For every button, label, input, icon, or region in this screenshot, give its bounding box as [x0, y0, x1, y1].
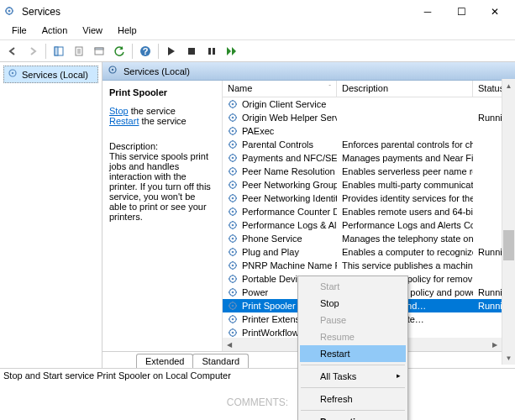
close-button[interactable]: ✕: [478, 1, 512, 23]
menu-action[interactable]: Action: [35, 24, 75, 39]
refresh-button[interactable]: [110, 42, 129, 60]
services-header-icon: [108, 65, 118, 77]
svg-point-1: [8, 10, 11, 13]
restart-link[interactable]: Restart: [109, 116, 139, 126]
ctx-refresh[interactable]: Refresh: [300, 391, 406, 407]
scroll-up-icon[interactable]: ▲: [502, 79, 515, 92]
show-hide-tree-button[interactable]: [50, 42, 68, 60]
services-tree-icon: [8, 68, 18, 81]
svg-point-41: [232, 264, 234, 266]
start-service-button[interactable]: [162, 42, 181, 60]
svg-point-29: [232, 183, 234, 186]
list-header: Name ˆ Description Status: [223, 81, 515, 97]
svg-point-51: [232, 331, 234, 333]
export-list-button[interactable]: [70, 42, 88, 60]
tree-services-local[interactable]: Services (Local): [3, 66, 98, 83]
restart-service-button[interactable]: [223, 42, 241, 60]
ctx-properties[interactable]: Properties: [300, 413, 406, 420]
toolbar: ?: [0, 40, 515, 62]
services-app-icon: [3, 5, 17, 18]
tree-panel: Services (Local): [0, 62, 102, 368]
statusbar: Stop and Start service Print Spooler on …: [0, 368, 515, 385]
menu-file[interactable]: File: [5, 24, 34, 39]
main-area: Services (Local) Services (Local) Print …: [0, 62, 515, 368]
content-header-text: Services (Local): [123, 66, 190, 76]
scroll-right-icon[interactable]: ▶: [488, 338, 502, 351]
titlebar: Services ─ ☐ ✕: [0, 0, 515, 24]
stop-service-button[interactable]: [182, 42, 201, 60]
help-button[interactable]: ?: [136, 42, 155, 60]
pause-service-button[interactable]: [202, 42, 221, 60]
scroll-down-icon[interactable]: ▼: [502, 351, 515, 365]
restart-suffix: the service: [139, 116, 186, 126]
stop-suffix: the service: [129, 106, 176, 116]
svg-point-37: [232, 237, 234, 239]
tree-root-label: Services (Local): [22, 70, 88, 80]
vertical-scrollbar[interactable]: ▲ ▼: [502, 79, 515, 365]
ctx-all-tasks[interactable]: All Tasks: [300, 368, 406, 385]
scroll-thumb[interactable]: [503, 230, 514, 260]
ctx-stop[interactable]: Stop: [300, 295, 406, 312]
svg-point-27: [232, 170, 234, 172]
svg-rect-6: [95, 48, 103, 50]
ctx-restart[interactable]: Restart: [300, 345, 406, 362]
svg-point-47: [232, 304, 234, 307]
tab-standard[interactable]: Standard: [192, 354, 249, 368]
svg-point-17: [232, 102, 234, 105]
svg-point-31: [232, 197, 234, 199]
maximize-button[interactable]: ☐: [444, 1, 478, 23]
description-label: Description:: [109, 141, 215, 151]
ctx-pause: Pause: [300, 312, 406, 328]
column-description[interactable]: Description: [337, 81, 473, 97]
svg-point-39: [232, 250, 234, 253]
menubar: File Action View Help: [0, 24, 515, 40]
svg-point-43: [232, 277, 234, 280]
detail-pane: Print Spooler Stop the service Restart t…: [102, 81, 222, 351]
svg-rect-10: [208, 48, 211, 55]
column-name[interactable]: Name ˆ: [223, 81, 337, 97]
description-text: This service spools print jobs and handl…: [109, 151, 215, 222]
minimize-button[interactable]: ─: [411, 1, 444, 23]
tab-extended[interactable]: Extended: [136, 354, 193, 368]
svg-point-45: [232, 291, 234, 293]
svg-point-33: [232, 210, 234, 213]
svg-rect-9: [188, 48, 195, 55]
svg-point-19: [232, 116, 234, 118]
svg-point-35: [232, 223, 234, 226]
properties-button[interactable]: [90, 42, 108, 60]
svg-text:?: ?: [143, 46, 149, 56]
ctx-resume: Resume: [300, 328, 406, 345]
content-header: Services (Local): [102, 62, 515, 81]
back-button[interactable]: [3, 42, 22, 60]
svg-point-23: [232, 143, 234, 145]
menu-view[interactable]: View: [76, 24, 109, 39]
svg-point-49: [232, 318, 234, 320]
svg-point-15: [112, 69, 113, 71]
svg-rect-3: [55, 47, 58, 55]
svg-point-21: [232, 129, 234, 132]
svg-rect-11: [213, 48, 215, 55]
svg-point-25: [232, 156, 234, 159]
stop-link[interactable]: Stop: [109, 106, 129, 116]
forward-button[interactable]: [24, 42, 42, 60]
window-title: Services: [22, 6, 411, 18]
svg-point-13: [12, 72, 13, 74]
context-menu: Start Stop Pause Resume Restart All Task…: [297, 276, 408, 420]
menu-help[interactable]: Help: [111, 24, 144, 39]
ctx-start: Start: [300, 278, 406, 295]
selected-service-name: Print Spooler: [109, 87, 215, 97]
comments-label: COMMENTS:: [0, 396, 515, 408]
scroll-left-icon[interactable]: ◀: [223, 338, 236, 351]
